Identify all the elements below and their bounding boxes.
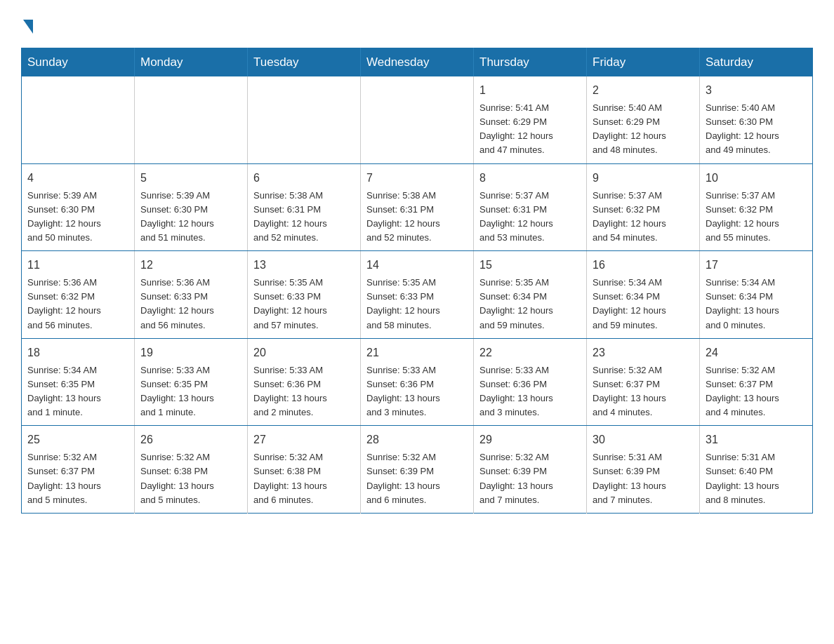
day-info: Sunrise: 5:33 AM Sunset: 6:36 PM Dayligh…: [253, 363, 355, 420]
day-info: Sunrise: 5:35 AM Sunset: 6:33 PM Dayligh…: [253, 276, 355, 333]
week-row-5: 25Sunrise: 5:32 AM Sunset: 6:37 PM Dayli…: [22, 426, 813, 514]
calendar-cell: 3Sunrise: 5:40 AM Sunset: 6:30 PM Daylig…: [700, 76, 813, 163]
calendar-cell: [22, 76, 135, 163]
calendar-cell: 28Sunrise: 5:32 AM Sunset: 6:39 PM Dayli…: [361, 426, 474, 514]
calendar-cell: 14Sunrise: 5:35 AM Sunset: 6:33 PM Dayli…: [361, 251, 474, 339]
day-info: Sunrise: 5:36 AM Sunset: 6:33 PM Dayligh…: [140, 276, 241, 333]
page-header: [21, 14, 813, 34]
day-info: Sunrise: 5:32 AM Sunset: 6:38 PM Dayligh…: [140, 450, 241, 507]
week-row-1: 1Sunrise: 5:41 AM Sunset: 6:29 PM Daylig…: [22, 76, 813, 163]
day-info: Sunrise: 5:33 AM Sunset: 6:36 PM Dayligh…: [366, 363, 468, 420]
calendar-cell: 23Sunrise: 5:32 AM Sunset: 6:37 PM Dayli…: [587, 338, 700, 426]
day-number: 3: [706, 82, 807, 99]
day-number: 8: [479, 170, 581, 187]
day-number: 4: [27, 170, 128, 187]
day-info: Sunrise: 5:31 AM Sunset: 6:40 PM Dayligh…: [706, 450, 807, 507]
calendar-cell: 8Sunrise: 5:37 AM Sunset: 6:31 PM Daylig…: [474, 163, 587, 251]
calendar-cell: 15Sunrise: 5:35 AM Sunset: 6:34 PM Dayli…: [474, 251, 587, 339]
day-info: Sunrise: 5:31 AM Sunset: 6:39 PM Dayligh…: [593, 450, 694, 507]
calendar-cell: 17Sunrise: 5:34 AM Sunset: 6:34 PM Dayli…: [700, 251, 813, 339]
day-number: 22: [479, 344, 581, 361]
day-number: 5: [140, 170, 241, 187]
day-info: Sunrise: 5:32 AM Sunset: 6:37 PM Dayligh…: [593, 363, 694, 420]
calendar-cell: 20Sunrise: 5:33 AM Sunset: 6:36 PM Dayli…: [248, 338, 361, 426]
calendar-cell: [135, 76, 248, 163]
day-number: 12: [140, 257, 241, 274]
day-info: Sunrise: 5:38 AM Sunset: 6:31 PM Dayligh…: [366, 189, 468, 246]
day-number: 27: [253, 431, 355, 448]
day-number: 14: [366, 257, 468, 274]
day-number: 1: [479, 82, 581, 99]
day-number: 16: [593, 257, 694, 274]
calendar-cell: 21Sunrise: 5:33 AM Sunset: 6:36 PM Dayli…: [361, 338, 474, 426]
day-number: 20: [253, 344, 355, 361]
weekday-header-row: SundayMondayTuesdayWednesdayThursdayFrid…: [22, 48, 813, 77]
day-number: 17: [706, 257, 807, 274]
day-number: 13: [253, 257, 355, 274]
calendar-cell: 31Sunrise: 5:31 AM Sunset: 6:40 PM Dayli…: [700, 426, 813, 514]
day-number: 19: [140, 344, 241, 361]
day-info: Sunrise: 5:39 AM Sunset: 6:30 PM Dayligh…: [140, 189, 241, 246]
calendar-cell: 6Sunrise: 5:38 AM Sunset: 6:31 PM Daylig…: [248, 163, 361, 251]
day-info: Sunrise: 5:40 AM Sunset: 6:30 PM Dayligh…: [706, 101, 807, 158]
calendar-cell: 16Sunrise: 5:34 AM Sunset: 6:34 PM Dayli…: [587, 251, 700, 339]
day-info: Sunrise: 5:32 AM Sunset: 6:37 PM Dayligh…: [706, 363, 807, 420]
calendar-cell: 22Sunrise: 5:33 AM Sunset: 6:36 PM Dayli…: [474, 338, 587, 426]
weekday-header-wednesday: Wednesday: [361, 48, 474, 77]
day-info: Sunrise: 5:32 AM Sunset: 6:38 PM Dayligh…: [253, 450, 355, 507]
day-number: 7: [366, 170, 468, 187]
day-info: Sunrise: 5:39 AM Sunset: 6:30 PM Dayligh…: [27, 189, 128, 246]
day-info: Sunrise: 5:32 AM Sunset: 6:39 PM Dayligh…: [366, 450, 468, 507]
calendar-cell: 29Sunrise: 5:32 AM Sunset: 6:39 PM Dayli…: [474, 426, 587, 514]
calendar-cell: 1Sunrise: 5:41 AM Sunset: 6:29 PM Daylig…: [474, 76, 587, 163]
calendar-cell: 5Sunrise: 5:39 AM Sunset: 6:30 PM Daylig…: [135, 163, 248, 251]
day-number: 25: [27, 431, 128, 448]
calendar-cell: 10Sunrise: 5:37 AM Sunset: 6:32 PM Dayli…: [700, 163, 813, 251]
day-info: Sunrise: 5:36 AM Sunset: 6:32 PM Dayligh…: [27, 276, 128, 333]
day-number: 24: [706, 344, 807, 361]
calendar-cell: 12Sunrise: 5:36 AM Sunset: 6:33 PM Dayli…: [135, 251, 248, 339]
day-info: Sunrise: 5:38 AM Sunset: 6:31 PM Dayligh…: [253, 189, 355, 246]
week-row-3: 11Sunrise: 5:36 AM Sunset: 6:32 PM Dayli…: [22, 251, 813, 339]
day-number: 15: [479, 257, 581, 274]
day-number: 18: [27, 344, 128, 361]
calendar-table: SundayMondayTuesdayWednesdayThursdayFrid…: [21, 48, 813, 514]
day-number: 11: [27, 257, 128, 274]
calendar-cell: 26Sunrise: 5:32 AM Sunset: 6:38 PM Dayli…: [135, 426, 248, 514]
day-info: Sunrise: 5:41 AM Sunset: 6:29 PM Dayligh…: [479, 101, 581, 158]
day-number: 28: [366, 431, 468, 448]
weekday-header-saturday: Saturday: [700, 48, 813, 77]
weekday-header-tuesday: Tuesday: [248, 48, 361, 77]
calendar-cell: 25Sunrise: 5:32 AM Sunset: 6:37 PM Dayli…: [22, 426, 135, 514]
day-number: 21: [366, 344, 468, 361]
logo-arrow-icon: [23, 20, 33, 34]
calendar-cell: 7Sunrise: 5:38 AM Sunset: 6:31 PM Daylig…: [361, 163, 474, 251]
calendar-cell: 11Sunrise: 5:36 AM Sunset: 6:32 PM Dayli…: [22, 251, 135, 339]
day-number: 29: [479, 431, 581, 448]
day-number: 6: [253, 170, 355, 187]
day-info: Sunrise: 5:33 AM Sunset: 6:36 PM Dayligh…: [479, 363, 581, 420]
calendar-cell: 9Sunrise: 5:37 AM Sunset: 6:32 PM Daylig…: [587, 163, 700, 251]
day-info: Sunrise: 5:33 AM Sunset: 6:35 PM Dayligh…: [140, 363, 241, 420]
day-info: Sunrise: 5:37 AM Sunset: 6:32 PM Dayligh…: [706, 189, 807, 246]
day-info: Sunrise: 5:35 AM Sunset: 6:34 PM Dayligh…: [479, 276, 581, 333]
day-info: Sunrise: 5:34 AM Sunset: 6:34 PM Dayligh…: [706, 276, 807, 333]
day-number: 26: [140, 431, 241, 448]
calendar-cell: 13Sunrise: 5:35 AM Sunset: 6:33 PM Dayli…: [248, 251, 361, 339]
calendar-cell: 18Sunrise: 5:34 AM Sunset: 6:35 PM Dayli…: [22, 338, 135, 426]
calendar-cell: [248, 76, 361, 163]
calendar-cell: 19Sunrise: 5:33 AM Sunset: 6:35 PM Dayli…: [135, 338, 248, 426]
weekday-header-friday: Friday: [587, 48, 700, 77]
calendar-cell: [361, 76, 474, 163]
day-info: Sunrise: 5:35 AM Sunset: 6:33 PM Dayligh…: [366, 276, 468, 333]
week-row-2: 4Sunrise: 5:39 AM Sunset: 6:30 PM Daylig…: [22, 163, 813, 251]
calendar-cell: 27Sunrise: 5:32 AM Sunset: 6:38 PM Dayli…: [248, 426, 361, 514]
day-info: Sunrise: 5:37 AM Sunset: 6:31 PM Dayligh…: [479, 189, 581, 246]
weekday-header-sunday: Sunday: [22, 48, 135, 77]
week-row-4: 18Sunrise: 5:34 AM Sunset: 6:35 PM Dayli…: [22, 338, 813, 426]
day-number: 9: [593, 170, 694, 187]
logo: [21, 14, 33, 34]
day-number: 10: [706, 170, 807, 187]
calendar-cell: 4Sunrise: 5:39 AM Sunset: 6:30 PM Daylig…: [22, 163, 135, 251]
calendar-cell: 30Sunrise: 5:31 AM Sunset: 6:39 PM Dayli…: [587, 426, 700, 514]
